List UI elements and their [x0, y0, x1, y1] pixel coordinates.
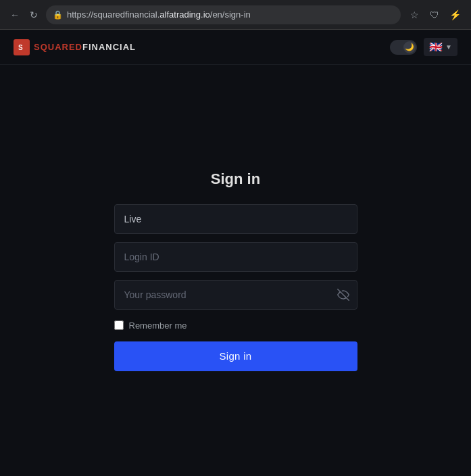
remember-me-group: Remember me [114, 320, 357, 331]
toggle-password-button[interactable] [337, 289, 349, 301]
lock-icon: 🔒 [53, 10, 63, 20]
account-type-input[interactable] [114, 204, 357, 234]
dark-mode-toggle[interactable]: 🌙 [390, 40, 417, 55]
remember-me-checkbox[interactable] [114, 320, 124, 330]
account-type-group [114, 204, 357, 234]
svg-text:S: S [18, 44, 23, 51]
flag-icon: 🇬🇧 [429, 41, 443, 53]
language-selector[interactable]: 🇬🇧 ▼ [424, 38, 457, 56]
address-bar[interactable]: 🔒 https://squaredfinancial.alfatrading.i… [46, 5, 401, 24]
login-id-input[interactable] [114, 242, 357, 272]
browser-chrome: ← ↻ 🔒 https://squaredfinancial.alfatradi… [0, 0, 471, 30]
reload-button[interactable]: ↻ [27, 8, 41, 22]
sign-in-button[interactable]: Sign in [114, 341, 357, 371]
app: S SQUAREDFINANCIAL 🌙 🇬🇧 ▼ Sign in [0, 30, 471, 476]
header-right: 🌙 🇬🇧 ▼ [390, 38, 457, 56]
remember-me-label[interactable]: Remember me [129, 320, 187, 331]
moon-icon: 🌙 [403, 41, 416, 53]
password-group [114, 280, 357, 310]
back-button[interactable]: ← [8, 8, 22, 22]
logo-text: SQUAREDFINANCIAL [34, 42, 136, 52]
app-header: S SQUAREDFINANCIAL 🌙 🇬🇧 ▼ [0, 30, 471, 65]
eye-slash-icon [337, 289, 349, 301]
address-text: https://squaredfinancial.alfatrading.io/… [67, 9, 251, 20]
shield-button[interactable]: 🛡 [426, 7, 443, 23]
password-input[interactable] [114, 280, 357, 310]
sign-in-container: Sign in [114, 170, 357, 371]
main-content: Sign in [0, 65, 471, 476]
chevron-down-icon: ▼ [445, 43, 452, 51]
logo: S SQUAREDFINANCIAL [14, 39, 136, 55]
login-id-group [114, 242, 357, 272]
bookmark-button[interactable]: ☆ [406, 7, 422, 23]
logo-icon: S [14, 39, 30, 55]
extensions-button[interactable]: ⚡ [447, 7, 463, 23]
sign-in-title: Sign in [114, 170, 357, 188]
browser-actions: ☆ 🛡 ⚡ [406, 7, 463, 23]
